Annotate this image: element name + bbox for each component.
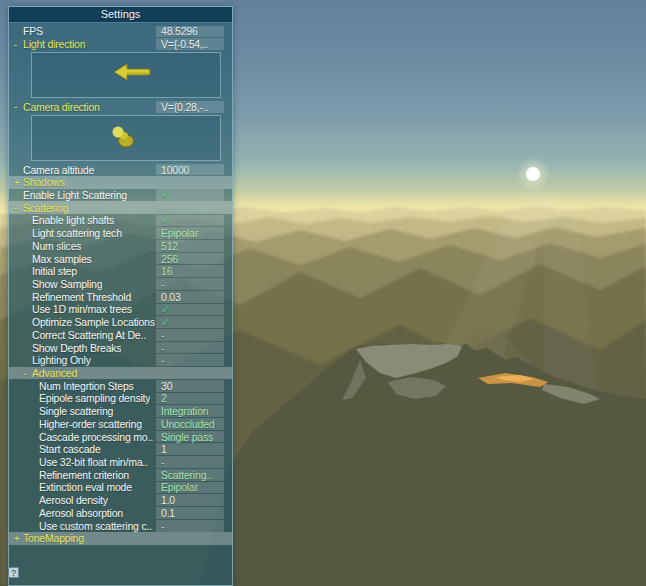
- group-row-light-direction[interactable]: - Light direction V={-0.54,..: [9, 38, 232, 51]
- setting-row-num-integrtion-steps[interactable]: Num Integrtion Steps 30: [9, 379, 232, 392]
- row-value: Unoccluded: [161, 418, 214, 430]
- row-value-field[interactable]: ✓: [156, 215, 224, 227]
- row-value: 0.1: [161, 507, 175, 519]
- row-label: Show Sampling: [32, 278, 102, 290]
- row-value: Scattering..: [161, 469, 212, 481]
- setting-row-use-32-bit-float-min-ma[interactable]: Use 32-bit float min/ma.. -: [9, 456, 232, 469]
- group-toggle-icon[interactable]: -: [14, 39, 22, 50]
- row-value-field[interactable]: 0.1: [156, 507, 224, 519]
- setting-row-extinction-eval-mode[interactable]: Extinction eval mode Epipolar: [9, 481, 232, 494]
- row-value-field[interactable]: 2: [156, 393, 224, 405]
- row-label: Light scattering tech: [32, 227, 122, 239]
- row-value-field[interactable]: -: [156, 342, 224, 354]
- settings-panel[interactable]: Settings FPS 48.5296 - Light direction V…: [8, 6, 233, 586]
- row-value: 30: [161, 380, 172, 392]
- row-value: 256: [161, 253, 178, 265]
- setting-row-fps[interactable]: FPS 48.5296: [9, 25, 232, 38]
- row-value-field[interactable]: Epipolar: [156, 482, 224, 494]
- setting-row-start-cascade[interactable]: Start cascade 1: [9, 443, 232, 456]
- row-value: 1: [161, 443, 167, 455]
- row-value-field[interactable]: Integration: [156, 405, 224, 417]
- setting-row-aerosol-density[interactable]: Aerosol density 1.0: [9, 494, 232, 507]
- row-value: Single pass: [161, 431, 213, 443]
- setting-row-refinement-threshold[interactable]: Refinement Threshold 0.03: [9, 290, 232, 303]
- row-value: 10000: [161, 164, 189, 176]
- group-row-shadows[interactable]: + Shadows: [9, 176, 232, 189]
- row-value-field[interactable]: 256: [156, 253, 224, 265]
- row-label: Extinction eval mode: [39, 481, 132, 493]
- row-value: Epipolar: [161, 227, 198, 239]
- row-value: -: [161, 520, 164, 532]
- setting-row-max-samples[interactable]: Max samples 256: [9, 252, 232, 265]
- row-value-field[interactable]: Unoccluded: [156, 418, 224, 430]
- setting-row-use-1d-min-max-trees[interactable]: Use 1D min/max trees ✓: [9, 303, 232, 316]
- panel-title[interactable]: Settings: [9, 7, 232, 23]
- group-toggle-icon[interactable]: -: [23, 368, 31, 379]
- row-label: Enable Light Scattering: [23, 189, 127, 201]
- row-value-field[interactable]: 1.0: [156, 494, 224, 506]
- row-value-field[interactable]: 1: [156, 443, 224, 455]
- row-value-field[interactable]: 30: [156, 380, 224, 392]
- setting-row-higher-order-scattering[interactable]: Higher-order scattering Unoccluded: [9, 418, 232, 431]
- setting-row-camera-altitude[interactable]: Camera altitude 10000: [9, 163, 232, 176]
- camera-direction-widget[interactable]: [9, 113, 232, 163]
- setting-row-initial-step[interactable]: Initial step 16: [9, 265, 232, 278]
- row-label: Epipole sampling density: [39, 392, 150, 404]
- group-toggle-icon[interactable]: +: [14, 177, 22, 188]
- row-value-field[interactable]: -: [156, 329, 224, 341]
- help-button[interactable]: ?: [8, 567, 19, 578]
- row-value-field[interactable]: 16: [156, 265, 224, 277]
- setting-row-use-custom-scattering-c[interactable]: Use custom scattering c.. -: [9, 519, 232, 532]
- row-value: ✓: [161, 303, 170, 316]
- row-value-field[interactable]: 10000: [156, 164, 224, 176]
- setting-row-epipole-sampling-density[interactable]: Epipole sampling density 2: [9, 392, 232, 405]
- row-label: Show Depth Breaks: [32, 342, 121, 354]
- row-value-field[interactable]: 512: [156, 240, 224, 252]
- light-direction-widget[interactable]: [9, 50, 232, 100]
- row-value: 16: [161, 265, 172, 277]
- setting-row-cascade-processing-mo[interactable]: Cascade processing mo.. Single pass: [9, 430, 232, 443]
- row-label: Cascade processing mo..: [39, 431, 153, 443]
- row-value-field[interactable]: ✓: [156, 189, 224, 201]
- row-value-field[interactable]: ✓: [156, 304, 224, 316]
- setting-row-correct-scattering-at-de[interactable]: Correct Scattering At De.. -: [9, 329, 232, 342]
- group-row-scattering[interactable]: - Scattering: [9, 201, 232, 214]
- setting-row-light-scattering-tech[interactable]: Light scattering tech Epipolar: [9, 227, 232, 240]
- row-label: Enable light shafts: [32, 214, 114, 226]
- setting-row-aerosol-absorption[interactable]: Aerosol absorption 0.1: [9, 507, 232, 520]
- setting-row-single-scattering[interactable]: Single scattering Integration: [9, 405, 232, 418]
- setting-row-optimize-sample-locations[interactable]: Optimize Sample Locations ✓: [9, 316, 232, 329]
- setting-row-show-depth-breaks[interactable]: Show Depth Breaks -: [9, 341, 232, 354]
- row-value-field[interactable]: -: [156, 278, 224, 290]
- group-row-tonemapping[interactable]: + ToneMapping: [9, 532, 232, 545]
- setting-row-num-slices[interactable]: Num slices 512: [9, 239, 232, 252]
- sun: [526, 167, 540, 181]
- group-row-camera-direction[interactable]: - Camera direction V={0.28,-..: [9, 100, 232, 113]
- setting-row-enable-light-scattering[interactable]: Enable Light Scattering ✓: [9, 189, 232, 202]
- row-value-field[interactable]: V={0.28,-..: [156, 101, 224, 113]
- row-value: Epipolar: [161, 481, 198, 493]
- setting-row-lighting-only[interactable]: Lighting Only -: [9, 354, 232, 367]
- row-value-field[interactable]: Scattering..: [156, 469, 224, 481]
- setting-row-refinement-criterion[interactable]: Refinement criterion Scattering..: [9, 468, 232, 481]
- row-value-field[interactable]: ✓: [156, 316, 224, 328]
- row-value-field[interactable]: Single pass: [156, 431, 224, 443]
- group-toggle-icon[interactable]: -: [14, 202, 22, 213]
- row-value: -: [161, 278, 164, 290]
- row-value-field[interactable]: -: [156, 456, 224, 468]
- foreshortened-arrow-icon[interactable]: [9, 113, 234, 163]
- group-toggle-icon[interactable]: -: [14, 101, 22, 112]
- group-row-advanced[interactable]: - Advanced: [9, 367, 232, 380]
- row-label: Use custom scattering c..: [39, 520, 152, 532]
- left-arrow-icon[interactable]: [9, 50, 234, 100]
- row-value-field[interactable]: -: [156, 520, 224, 532]
- group-toggle-icon[interactable]: +: [14, 533, 22, 544]
- row-value-field[interactable]: 48.5296: [156, 26, 224, 38]
- row-value-field[interactable]: V={-0.54,..: [156, 38, 224, 50]
- row-value: ✓: [161, 316, 170, 329]
- setting-row-show-sampling[interactable]: Show Sampling -: [9, 278, 232, 291]
- row-value-field[interactable]: 0.03: [156, 291, 224, 303]
- row-value-field[interactable]: Epipolar: [156, 227, 224, 239]
- setting-row-enable-light-shafts[interactable]: Enable light shafts ✓: [9, 214, 232, 227]
- row-value-field[interactable]: -: [156, 354, 224, 366]
